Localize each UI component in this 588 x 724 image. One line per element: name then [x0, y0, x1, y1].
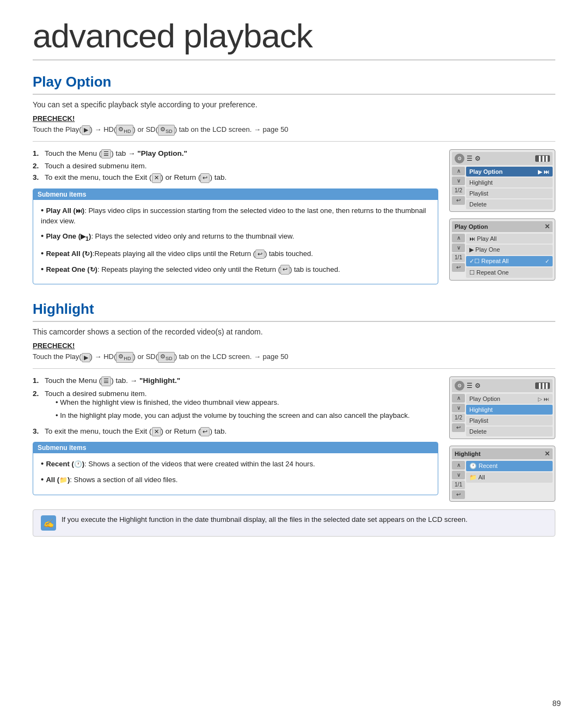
hl-popup-nav: ∧ ∨ 1/1 ↩ 🕐 Recent 📁 All [452, 461, 553, 499]
submenu-item-repeat-one: Repeat One (↻): Repeats playing the sele… [41, 263, 430, 275]
hl-play-option-arrow: ▷ ⏭ [538, 396, 549, 402]
hl-popup-close[interactable]: ✕ [544, 450, 550, 458]
hl-return[interactable]: ↩ [452, 423, 465, 432]
play-option-section: Play Option You can set a specific playb… [33, 74, 555, 284]
popup-close-btn[interactable]: ✕ [544, 223, 550, 230]
step-num-2: 2. [33, 162, 41, 170]
popup-counter: 1/1 [452, 253, 465, 262]
highlight-menu-item[interactable]: Highlight [466, 178, 553, 187]
hl-highlight-item[interactable]: Highlight [466, 405, 553, 415]
hl-popup-title: Highlight [455, 451, 481, 457]
hl-play-option-label: Play Option [469, 396, 500, 402]
hl-step-num-2: 2. [33, 390, 41, 424]
highlight-precheck-label: PRECHECK! [33, 342, 555, 350]
nav-down-btn[interactable]: ∨ [452, 177, 465, 185]
nav-return-btn[interactable]: ↩ [452, 196, 465, 205]
menu-icon: ☰ [467, 155, 473, 162]
highlight-submenu-title: Submenu items [33, 442, 438, 453]
highlight-main-screen: ⚙ ☰ ⚙ ▐▐▐ ∧ ∨ 1/2 ↩ Play Opti [449, 376, 555, 439]
repeat-all-item[interactable]: ✓☐ Repeat All ✓ [466, 256, 553, 266]
step-3: 3. To exit the menu, touch the Exit (✕) … [33, 173, 438, 182]
highlight-left: 1. Touch the Menu (☰) tab. → "Highlight.… [33, 376, 438, 502]
play-option-precheck-text: Touch the Play(▶) → HD(⚙HD) or SD(⚙SD) t… [33, 125, 555, 142]
highlight-submenu-box: Submenu items Recent (🕐): Shows a sectio… [33, 442, 438, 495]
hl-main-menu-items: Play Option ▷ ⏭ Highlight Playlist Delet… [466, 394, 553, 436]
hl-counter: 1/2 [452, 413, 465, 422]
submenu-item-repeat-all: Repeat All (↻):Repeats playing all the v… [41, 247, 430, 259]
play-option-main-screen: ⚙ ☰ ⚙ ▐▐▐ ∧ ∨ 1/2 ↩ Play Opti [449, 149, 555, 212]
hl-step-1: 1. Touch the Menu (☰) tab. → "Highlight.… [33, 376, 438, 386]
hl-header-icons: ⚙ ☰ ⚙ [455, 381, 481, 391]
step-1: 1. Touch the Menu (☰) tab → "Play Option… [33, 149, 438, 159]
popup-nav: ∧ ∨ 1/1 ↩ ⏭ Play All ▶ Play One ✓☐ Repea… [452, 234, 553, 278]
hl-popup-header: Highlight ✕ [452, 448, 553, 459]
hl-camera-icon: ⚙ [455, 381, 464, 391]
submenu-item-play-all: Play All (⏭): Plays video clips in succe… [41, 204, 430, 227]
popup-nav-side: ∧ ∨ 1/1 ↩ [452, 234, 465, 278]
battery-indicator: ▐▐▐ [535, 155, 550, 162]
hl-step-num-1: 1. [33, 376, 41, 386]
highlight-steps: 1. Touch the Menu (☰) tab. → "Highlight.… [33, 376, 438, 436]
hl-popup-up[interactable]: ∧ [452, 461, 465, 470]
hl-submenu-all: All (📁): Shows a section of all video fi… [41, 473, 430, 485]
hl-popup-menu-items: 🕐 Recent 📁 All [466, 461, 553, 499]
highlight-subtitle: This camcorder shows a section of the re… [33, 327, 555, 336]
popup-return[interactable]: ↩ [452, 263, 465, 272]
play-option-heading: Play Option [33, 74, 555, 95]
popup-nav-up[interactable]: ∧ [452, 234, 465, 242]
play-option-label: Play Option [469, 168, 503, 175]
nav-side-1: ∧ ∨ 1/2 ↩ [452, 167, 465, 209]
play-option-popup: Play Option ✕ ∧ ∨ 1/1 ↩ ⏭ Play All ▶ Pla… [449, 218, 555, 281]
hl-sub-1: When the highlight view is finished, the… [56, 398, 438, 408]
hl-settings-icon: ⚙ [475, 382, 481, 390]
play-option-screen-header: ⚙ ☰ ⚙ ▐▐▐ [452, 152, 553, 165]
play-option-steps: 1. Touch the Menu (☰) tab → "Play Option… [33, 149, 438, 183]
play-one-item[interactable]: ▶ Play One [466, 245, 553, 255]
highlight-popup: Highlight ✕ ∧ ∨ 1/1 ↩ 🕐 Recent 📁 All [449, 446, 555, 502]
hl-all-item[interactable]: 📁 All [466, 472, 553, 483]
hl-sub-2: In the highlight play mode, you can adju… [56, 411, 438, 421]
hl-popup-down[interactable]: ∨ [452, 471, 465, 479]
repeat-all-check: ✓ [545, 258, 549, 264]
play-option-precheck-label: PRECHECK! [33, 114, 555, 123]
hl-step-text-1: Touch the Menu (☰) tab. → "Highlight." [45, 376, 438, 386]
nav-up-btn[interactable]: ∧ [452, 167, 465, 175]
hl-nav-down[interactable]: ∨ [452, 404, 465, 412]
page-number: 89 [552, 699, 561, 708]
repeat-one-item[interactable]: ☐ Repeat One [466, 267, 553, 278]
step-text-1: Touch the Menu (☰) tab → "Play Option." [45, 149, 438, 159]
step-2: 2. Touch a desired submenu item. [33, 162, 438, 170]
popup-nav-down[interactable]: ∨ [452, 244, 465, 252]
hl-recent-item[interactable]: 🕐 Recent [466, 461, 553, 471]
highlight-submenu-list: Recent (🕐): Shows a section of the video… [41, 458, 430, 485]
hl-nav-up[interactable]: ∧ [452, 394, 465, 403]
hl-ui-nav: ∧ ∨ 1/2 ↩ Play Option ▷ ⏭ Highlight Play… [452, 394, 553, 436]
hl-step-2: 2. Touch a desired submenu item. When th… [33, 390, 438, 424]
hl-battery: ▐▐▐ [535, 382, 550, 389]
step-text-2: Touch a desired submenu item. [45, 162, 438, 170]
step-num-3: 3. [33, 173, 41, 182]
play-option-submenu-title: Submenu items [33, 189, 438, 200]
hl-popup-return[interactable]: ↩ [452, 490, 465, 499]
hl-playlist-item[interactable]: Playlist [466, 416, 553, 425]
camera-icon: ⚙ [455, 154, 464, 163]
nav-counter: 1/2 [452, 186, 465, 195]
play-option-content-row: 1. Touch the Menu (☰) tab → "Play Option… [33, 149, 555, 284]
play-option-submenu-box: Submenu items Play All (⏭): Plays video … [33, 188, 438, 285]
delete-menu-item[interactable]: Delete [466, 199, 553, 209]
playlist-menu-item[interactable]: Playlist [466, 188, 553, 198]
popup-menu-items: ⏭ Play All ▶ Play One ✓☐ Repeat All ✓ ☐ … [466, 234, 553, 278]
hl-play-option-item[interactable]: Play Option ▷ ⏭ [466, 394, 553, 404]
hl-submenu-recent: Recent (🕐): Shows a section of the video… [41, 458, 430, 470]
highlight-note-text: If you execute the Highlight function in… [62, 515, 468, 524]
settings-icon: ⚙ [475, 155, 481, 162]
main-menu-items: Play Option ▶ ⏭ Highlight Playlist Delet… [466, 167, 553, 209]
play-all-item[interactable]: ⏭ Play All [466, 234, 553, 244]
header-icons: ⚙ ☰ ⚙ [455, 154, 481, 163]
play-option-menu-item[interactable]: Play Option ▶ ⏭ [466, 167, 553, 177]
hl-popup-counter: 1/1 [452, 480, 465, 489]
play-option-screenshots: ⚙ ☰ ⚙ ▐▐▐ ∧ ∨ 1/2 ↩ Play Opti [449, 149, 555, 284]
ui-nav-1: ∧ ∨ 1/2 ↩ Play Option ▶ ⏭ Highlight Play… [452, 167, 553, 209]
step-num-1: 1. [33, 149, 41, 159]
hl-delete-item[interactable]: Delete [466, 427, 553, 436]
